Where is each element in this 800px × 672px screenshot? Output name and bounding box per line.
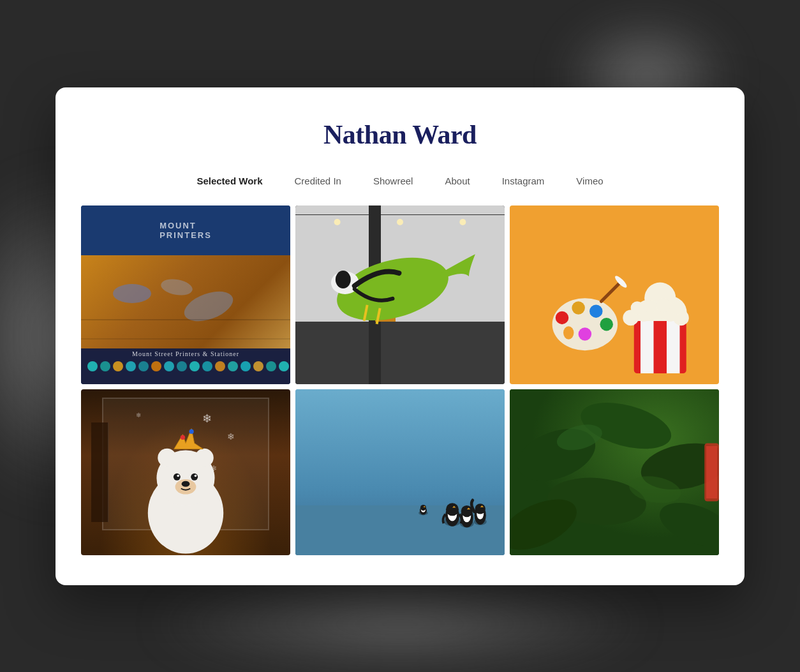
nav-credited-in[interactable]: Credited In [295, 175, 341, 186]
svg-marker-49 [174, 428, 204, 449]
svg-point-2 [159, 277, 193, 297]
svg-point-61 [420, 505, 426, 511]
gallery-item-penguins[interactable] [295, 389, 505, 555]
bauble [202, 361, 212, 371]
door-left [91, 422, 108, 522]
svg-point-44 [670, 301, 683, 315]
svg-point-76 [475, 504, 485, 514]
bauble [113, 361, 123, 371]
leaves-svg [510, 389, 719, 555]
svg-text:Mount Street Printers & Statio: Mount Street Printers & Stationer [132, 350, 239, 357]
store-ornaments [81, 255, 290, 348]
svg-point-41 [631, 301, 644, 315]
polar-bear-svg [81, 389, 290, 555]
bauble [100, 361, 110, 371]
bauble [241, 361, 251, 371]
bauble [189, 361, 200, 371]
nav-selected-work[interactable]: Selected Work [196, 175, 262, 186]
bauble [253, 361, 263, 371]
svg-point-47 [158, 448, 176, 467]
site-title: Nathan Ward [81, 119, 719, 150]
bg-blur-bottom [145, 576, 655, 672]
svg-rect-5 [81, 338, 290, 340]
svg-point-9 [336, 271, 351, 288]
svg-rect-35 [667, 321, 680, 373]
svg-point-28 [600, 317, 613, 331]
svg-point-66 [446, 503, 459, 516]
header: Nathan Ward [56, 87, 744, 169]
gallery-item-polar-bear[interactable]: ❄ ❄ ❄ ❄ [81, 389, 290, 555]
svg-point-52 [174, 473, 181, 480]
svg-point-55 [195, 474, 197, 477]
gallery-item-store-printers[interactable]: MOUNTPRINTERS [81, 205, 290, 384]
svg-point-30 [563, 326, 574, 340]
svg-rect-4 [81, 319, 290, 320]
main-card: Nathan Ward Selected Work Credited In Sh… [56, 87, 744, 585]
bauble [266, 361, 276, 371]
store-interior [81, 255, 290, 348]
svg-point-57 [182, 481, 190, 486]
svg-point-54 [177, 474, 179, 477]
svg-point-27 [589, 304, 603, 318]
svg-line-31 [602, 281, 621, 301]
bauble [215, 361, 225, 371]
svg-point-29 [579, 327, 592, 341]
gallery-item-orange-illus[interactable] [510, 205, 719, 384]
bauble [87, 361, 98, 371]
gallery-grid: MOUNTPRINTERS [56, 205, 744, 555]
gallery-item-whale[interactable] [295, 205, 505, 384]
bauble [177, 361, 187, 371]
penguin-svg [295, 389, 505, 555]
bauble [126, 361, 136, 371]
orange-illus-svg [510, 205, 719, 384]
svg-point-43 [656, 298, 671, 313]
svg-point-26 [572, 301, 585, 315]
bauble [138, 361, 149, 371]
store-label: Mount Street Printers & Stationer [81, 347, 290, 359]
nav-vimeo[interactable]: Vimeo [576, 175, 603, 186]
svg-point-42 [644, 300, 657, 313]
bauble [164, 361, 174, 371]
nav-instagram[interactable]: Instagram [502, 175, 545, 186]
svg-point-50 [181, 435, 185, 439]
svg-point-48 [195, 448, 214, 467]
svg-point-25 [556, 311, 569, 324]
store-awning-text: MOUNTPRINTERS [159, 221, 212, 240]
svg-point-0 [113, 284, 151, 303]
svg-point-51 [189, 429, 193, 433]
svg-point-83 [654, 494, 719, 555]
bauble [228, 361, 238, 371]
main-nav: Selected Work Credited In Showreel About… [56, 169, 744, 205]
gallery-item-dark-green[interactable] [510, 389, 719, 555]
whale-sculpture [316, 223, 494, 348]
svg-rect-34 [641, 321, 654, 373]
whale-svg [316, 235, 494, 337]
svg-point-53 [191, 473, 198, 480]
bauble [151, 361, 161, 371]
nav-about[interactable]: About [445, 175, 470, 186]
svg-rect-87 [706, 446, 717, 498]
nav-showreel[interactable]: Showreel [373, 175, 413, 186]
bauble [279, 361, 289, 371]
